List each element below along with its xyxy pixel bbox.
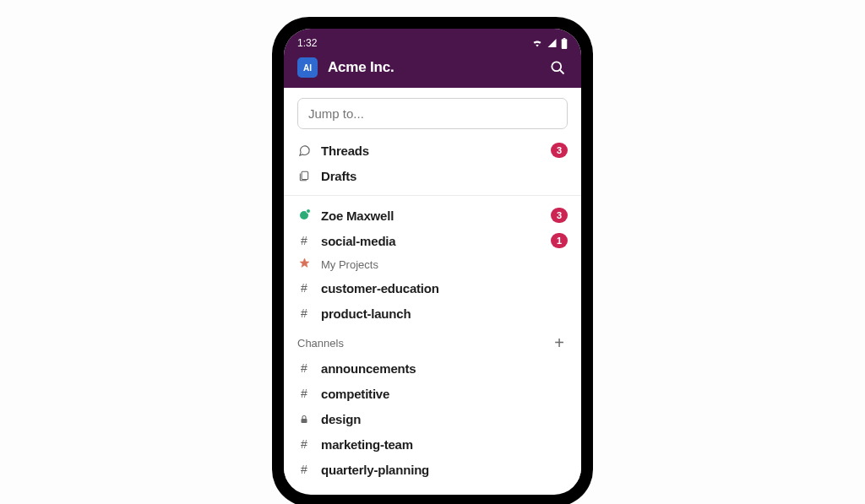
dm-item[interactable]: Zoe Maxwell 3 [284,203,581,228]
svg-rect-0 [562,39,568,49]
section-title: Channels [297,337,541,350]
svg-rect-1 [563,38,566,39]
workspace-avatar-label: AI [303,63,312,73]
workspace-name: Acme Inc. [328,59,537,76]
battery-icon [561,38,568,49]
section-title: My Projects [321,258,568,271]
svg-marker-5 [300,258,309,267]
jump-to-wrap [284,88,581,138]
section-header-my-projects[interactable]: My Projects [284,253,581,275]
threads-icon [297,144,311,157]
hash-icon: # [297,437,311,451]
svg-rect-4 [302,171,308,179]
channel-item-label: social-media [321,234,541,248]
unread-badge: 3 [551,143,568,158]
unread-badge: 1 [551,233,568,248]
lock-icon [297,414,311,425]
hash-icon: # [297,361,311,375]
hash-icon: # [297,387,311,400]
svg-point-2 [552,62,561,71]
unread-badge: 3 [551,208,568,223]
nav-item-drafts[interactable]: Drafts [284,163,581,188]
dm-item-label: Zoe Maxwell [321,209,541,223]
channel-item-label: quarterly-planning [321,463,568,477]
channel-item-label: design [321,412,568,426]
channel-item[interactable]: # quarterly-planning [284,457,581,482]
workspace-row[interactable]: AI Acme Inc. [297,57,568,78]
jump-to-input[interactable] [297,98,568,129]
channel-item-label: competitive [321,387,568,401]
signal-icon [547,38,558,48]
hash-icon: # [297,281,311,295]
channel-item-label: announcements [321,361,568,376]
nav-item-label: Threads [321,144,541,158]
channel-item[interactable]: # product-launch [284,301,581,326]
channel-item-label: marketing-team [321,437,568,452]
svg-rect-6 [302,419,307,423]
hash-icon: # [297,234,311,247]
search-icon [549,59,566,76]
screen: 1:32 AI Acme Inc. [284,29,581,495]
svg-line-3 [560,70,564,74]
status-bar: 1:32 [297,35,568,57]
section-header-channels[interactable]: Channels + [284,326,581,355]
channel-item[interactable]: # marketing-team [284,431,581,457]
star-icon [297,257,311,271]
app-header: 1:32 AI Acme Inc. [284,29,581,88]
channel-item[interactable]: # social-media 1 [284,228,581,253]
wifi-icon [531,38,543,48]
phone-frame: 1:32 AI Acme Inc. [272,17,593,504]
presence-icon [297,211,311,219]
workspace-avatar[interactable]: AI [297,57,318,78]
channel-list: Threads 3 Drafts Zoe Maxwell 3 # social-… [284,88,581,482]
channel-item[interactable]: design [284,406,581,431]
search-button[interactable] [547,57,568,78]
status-time: 1:32 [297,37,317,49]
channel-item[interactable]: # competitive [284,381,581,406]
channel-item[interactable]: # customer-education [284,275,581,301]
add-channel-button[interactable]: + [551,334,568,351]
channel-item-label: customer-education [321,281,568,295]
status-icons [531,38,568,49]
nav-item-threads[interactable]: Threads 3 [284,138,581,163]
hash-icon: # [297,463,311,476]
divider [284,195,581,196]
drafts-icon [297,170,311,182]
channel-item-label: product-launch [321,306,568,321]
channel-item[interactable]: # announcements [284,355,581,381]
hash-icon: # [297,306,311,320]
nav-item-label: Drafts [321,169,568,183]
